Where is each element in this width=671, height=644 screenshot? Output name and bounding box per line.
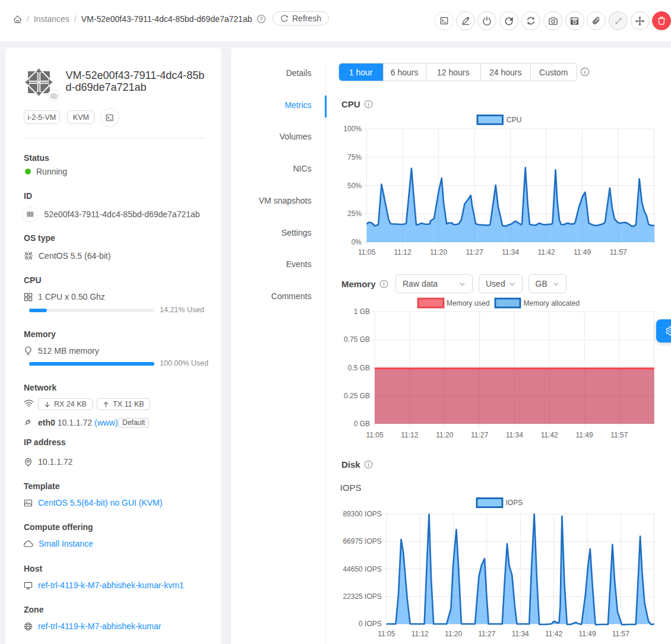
svg-text:11:05: 11:05	[358, 248, 375, 256]
svg-text:CPU: CPU	[507, 116, 521, 124]
svg-text:11:05: 11:05	[366, 431, 384, 439]
svg-text:11:57: 11:57	[610, 248, 627, 256]
svg-text:11:42: 11:42	[545, 630, 562, 638]
svg-text:0.25 GB: 0.25 GB	[344, 392, 370, 400]
svg-text:11:42: 11:42	[538, 248, 555, 256]
svg-text:89300 IOPS: 89300 IOPS	[343, 510, 381, 518]
svg-text:50%: 50%	[347, 182, 362, 190]
svg-text:1 GB: 1 GB	[354, 307, 370, 316]
svg-text:11:49: 11:49	[576, 431, 593, 439]
svg-text:11:49: 11:49	[578, 630, 596, 638]
svg-text:11:34: 11:34	[512, 630, 529, 638]
svg-text:11:20: 11:20	[436, 431, 453, 439]
svg-text:0.75 GB: 0.75 GB	[344, 335, 370, 344]
svg-text:11:20: 11:20	[430, 248, 447, 256]
svg-text:11:12: 11:12	[401, 431, 418, 439]
svg-text:11:49: 11:49	[574, 248, 591, 256]
svg-text:75%: 75%	[347, 153, 362, 161]
svg-text:66975 IOPS: 66975 IOPS	[343, 537, 381, 545]
svg-text:11:12: 11:12	[394, 248, 411, 256]
svg-text:Memory used: Memory used	[447, 299, 490, 307]
svg-text:25%: 25%	[347, 210, 362, 218]
svg-text:22325 IOPS: 22325 IOPS	[343, 592, 381, 601]
svg-text:11:34: 11:34	[506, 431, 523, 439]
svg-text:11:27: 11:27	[471, 431, 488, 439]
svg-text:0 IOPS: 0 IOPS	[359, 620, 382, 628]
svg-text:11:34: 11:34	[502, 248, 519, 256]
svg-text:11:57: 11:57	[612, 630, 629, 638]
svg-text:11:27: 11:27	[478, 630, 495, 638]
svg-text:11:05: 11:05	[378, 630, 395, 638]
svg-text:0 GB: 0 GB	[354, 420, 370, 428]
svg-text:IOPS: IOPS	[506, 499, 523, 507]
svg-text:100%: 100%	[343, 125, 362, 133]
svg-text:0.5 GB: 0.5 GB	[348, 364, 370, 372]
svg-text:11:42: 11:42	[541, 431, 558, 439]
svg-text:11:20: 11:20	[445, 630, 462, 638]
svg-text:0%: 0%	[352, 238, 362, 246]
svg-text:11:12: 11:12	[412, 630, 429, 638]
svg-text:44650 IOPS: 44650 IOPS	[343, 565, 381, 573]
svg-text:Memory allocated: Memory allocated	[524, 299, 580, 307]
svg-text:11:27: 11:27	[466, 248, 483, 256]
svg-text:11:57: 11:57	[610, 431, 628, 439]
